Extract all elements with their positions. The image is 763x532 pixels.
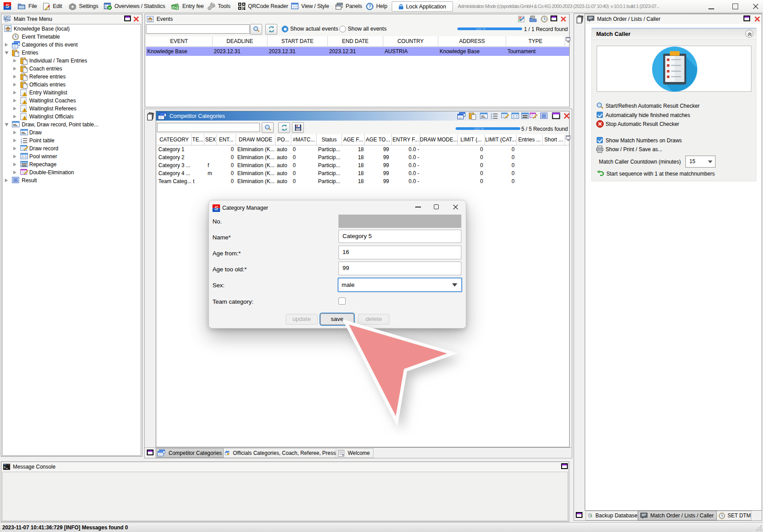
svg-text:S: S <box>5 3 9 9</box>
svg-text:S: S <box>214 205 218 211</box>
svg-text:3: 3 <box>20 141 22 144</box>
svg-text:?: ? <box>368 4 371 9</box>
svg-text:3: 3 <box>491 117 492 120</box>
